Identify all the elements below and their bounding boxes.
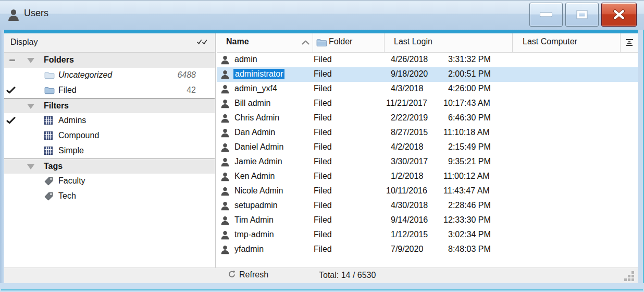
minimize-button[interactable] <box>529 3 563 27</box>
cell-name: tmp-admin <box>217 228 313 242</box>
list-item-simple[interactable]: Simple <box>4 143 215 159</box>
user-row-tmp-admin[interactable]: tmp-adminFiled1/12/20153:02:34 PM <box>217 228 638 242</box>
user-icon <box>220 245 230 254</box>
user-row-daniel-admin[interactable]: Daniel AdminFiled4/2/20182:15:49 PM <box>217 140 638 155</box>
column-chooser-button[interactable] <box>620 33 638 53</box>
user-icon <box>220 55 230 65</box>
cell-name: Bill admin <box>217 96 313 111</box>
double-check-icon[interactable] <box>197 39 208 45</box>
panel-separator[interactable] <box>215 33 216 267</box>
users-window: Users Display FoldersUncategor <box>0 0 644 292</box>
collapse-triangle-icon[interactable] <box>27 164 34 169</box>
cell-last-login: 7/9/20208:48:03 PM <box>384 245 512 257</box>
list-item-admins[interactable]: Admins <box>4 113 215 128</box>
user-row-dan-admin[interactable]: Dan AdminFiled8/27/201511:10:18 AM <box>217 126 638 140</box>
user-icon <box>220 187 230 196</box>
user-row-tim-admin[interactable]: Tim AdminFiled9/14/201612:33:30 PM <box>217 213 638 228</box>
login-time: 4:26:00 PM <box>443 84 491 93</box>
cell-name: Daniel Admin <box>217 140 313 155</box>
cell-last-login: 10/11/201611:43:47 AM <box>384 186 512 199</box>
total-count: Total: 14 / 6530 <box>319 271 376 280</box>
login-time: 3:02:34 PM <box>443 230 491 239</box>
refresh-button[interactable]: Refresh <box>228 270 268 279</box>
login-date: 4/26/2018 <box>386 55 428 64</box>
login-date: 4/30/2018 <box>386 201 428 210</box>
cell-last-login: 4/3/20184:26:00 PM <box>384 84 512 96</box>
user-name: Daniel Admin <box>234 142 283 152</box>
section-header-folders[interactable]: Folders <box>4 53 215 68</box>
login-time: 8:48:03 PM <box>443 245 491 254</box>
login-date: 4/3/2018 <box>386 84 423 93</box>
user-row-chris-admin[interactable]: Chris AdminFiled2/22/20196:46:30 PM <box>217 111 638 126</box>
check-icon <box>6 117 16 124</box>
user-name: admin <box>234 55 257 64</box>
cell-last-login: 9/14/201612:33:30 PM <box>384 215 512 228</box>
user-icon <box>220 128 230 138</box>
user-row-admin-yxf4[interactable]: admin_yxf4Filed4/3/20184:26:00 PM <box>217 82 638 96</box>
cell-folder: Filed <box>314 186 332 196</box>
cell-folder: Filed <box>314 201 332 210</box>
cell-name: Chris Admin <box>217 111 313 126</box>
user-icon <box>220 157 230 167</box>
list-item-label: Simple <box>58 146 84 155</box>
cell-folder: Filed <box>314 113 332 123</box>
window-border-left <box>0 30 4 292</box>
user-name: yfadmin <box>234 245 264 254</box>
list-item-faculty[interactable]: Faculty <box>4 174 215 189</box>
user-name: Bill admin <box>234 99 270 108</box>
column-header-last-login[interactable]: Last Login <box>384 33 512 53</box>
user-icon <box>220 99 230 108</box>
user-row-administrator[interactable]: administratorFiled9/18/20202:00:51 PM <box>217 67 638 82</box>
collapse-triangle-icon[interactable] <box>27 104 34 109</box>
close-button[interactable] <box>601 3 637 27</box>
column-label-folder: Folder <box>329 37 352 46</box>
user-row-bill-admin[interactable]: Bill adminFiled11/21/201710:17:43 AM <box>217 96 638 111</box>
column-header-name[interactable]: Name <box>217 33 313 53</box>
login-time: 2:28:46 PM <box>443 201 491 210</box>
list-item-filed[interactable]: Filed42 <box>4 83 215 98</box>
user-row-jamie-admin[interactable]: Jamie AdminFiled3/30/20179:35:21 PM <box>217 155 638 169</box>
section-header-tags[interactable]: Tags <box>4 159 215 174</box>
cell-folder: Filed <box>314 55 332 64</box>
user-name: Tim Admin <box>234 215 274 225</box>
cell-last-login: 2/22/20196:46:30 PM <box>384 113 512 126</box>
resize-grip[interactable] <box>624 271 635 282</box>
user-name: setupadmin <box>234 201 278 210</box>
column-chooser-icon <box>625 39 634 47</box>
list-item-compound[interactable]: Compound <box>4 128 215 143</box>
section-header-filters[interactable]: Filters <box>4 98 215 113</box>
user-icon <box>220 230 230 240</box>
user-row-admin[interactable]: adminFiled4/26/20183:31:32 PM <box>217 53 638 67</box>
titlebar[interactable]: Users <box>0 1 644 30</box>
user-icon <box>7 9 20 21</box>
collapse-minus-icon[interactable] <box>9 59 15 61</box>
cell-name: setupadmin <box>217 199 313 213</box>
login-date: 3/30/2017 <box>386 157 428 166</box>
filter-grid-icon <box>44 116 53 125</box>
table-header: Name Folder Last Login Last Computer <box>217 33 638 53</box>
login-time: 2:00:51 PM <box>443 69 491 79</box>
tag-icon <box>44 192 53 201</box>
collapse-triangle-icon[interactable] <box>27 58 34 63</box>
login-time: 6:46:30 PM <box>443 113 491 123</box>
maximize-button[interactable] <box>565 3 599 27</box>
display-panel-header[interactable]: Display <box>4 33 215 53</box>
column-header-last-computer[interactable]: Last Computer <box>512 33 620 53</box>
login-time: 11:00:12 AM <box>443 172 490 181</box>
user-row-setupadmin[interactable]: setupadminFiled4/30/20182:28:46 PM <box>217 199 638 213</box>
user-row-nicole-admin[interactable]: Nicole AdminFiled10/11/201611:43:47 AM <box>217 184 638 199</box>
login-date: 7/9/2020 <box>386 245 423 254</box>
list-item-label: Filed <box>58 86 77 95</box>
item-count: 6488 <box>177 70 196 80</box>
list-item-uncategorized[interactable]: Uncategorized6488 <box>4 68 215 83</box>
list-item-label: Faculty <box>58 176 85 186</box>
cell-last-login: 4/2/20182:15:49 PM <box>384 142 512 155</box>
user-row-ken-admin[interactable]: Ken AdminFiled1/2/201811:00:12 AM <box>217 169 638 184</box>
user-row-yfadmin[interactable]: yfadminFiled7/9/20208:48:03 PM <box>217 242 638 257</box>
column-header-folder[interactable]: Folder <box>313 33 384 53</box>
login-date: 1/12/2015 <box>386 230 428 239</box>
check-icon <box>6 87 16 94</box>
accent-strip <box>4 30 638 33</box>
list-item-tech[interactable]: Tech <box>4 189 215 204</box>
column-label-last-computer: Last Computer <box>523 37 577 46</box>
